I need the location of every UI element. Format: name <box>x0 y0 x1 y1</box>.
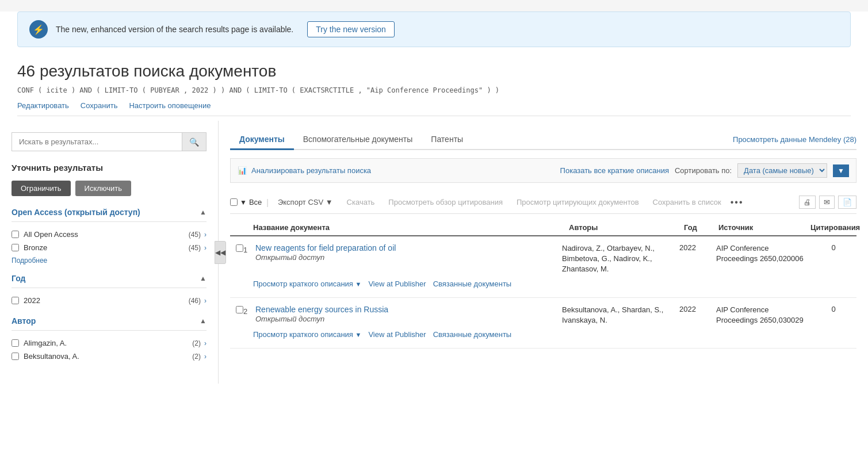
select-all-checkbox[interactable] <box>230 198 238 206</box>
related-docs-1[interactable]: Связанные документы <box>433 280 512 288</box>
filter-author-title: Автор <box>12 316 36 326</box>
results-tabs: Документы Вспомогательные документы Пате… <box>230 130 856 150</box>
checkbox-all-open-access[interactable] <box>12 231 19 238</box>
col-authors: Авторы <box>569 223 684 232</box>
try-new-version-button[interactable]: Try the new version <box>307 21 395 37</box>
filter-arrow-all-open-access[interactable]: › <box>204 231 207 239</box>
filter-label-2022: 2022 <box>24 296 40 305</box>
select-all-label: Все <box>249 198 262 206</box>
sort-label: Сортировать по: <box>675 166 732 175</box>
view-publisher-1[interactable]: View at Publisher <box>368 280 426 288</box>
result-year-2: 2022 <box>679 305 714 313</box>
sidebar-search-wrap: 🔍 <box>12 132 207 151</box>
filter-arrow-beksultanova[interactable]: › <box>204 353 207 361</box>
export-icon[interactable]: 📄 <box>838 196 856 209</box>
citing-docs-button[interactable]: Просмотр цитирующих документов <box>512 197 644 208</box>
filter-item-bronze: Bronze (45) › <box>12 241 207 254</box>
exclude-button[interactable]: Исключить <box>75 181 132 196</box>
export-csv-button[interactable]: Экспорт CSV ▼ <box>273 197 338 208</box>
action-bar: Редактировать Сохранить Настроить оповещ… <box>17 101 851 116</box>
notify-link[interactable]: Настроить оповещение <box>129 101 211 110</box>
search-button[interactable]: 🔍 <box>182 132 207 151</box>
related-docs-2[interactable]: Связанные документы <box>433 330 512 339</box>
result-item-2: 2 Renewable energy sources in Russia Отк… <box>230 298 856 349</box>
result-main-1: New reagents for field preparation of oi… <box>255 243 560 262</box>
result-row-1: 1 New reagents for field preparation of … <box>230 243 856 275</box>
print-icon[interactable]: 🖨 <box>799 196 816 209</box>
edit-link[interactable]: Редактировать <box>17 101 69 110</box>
save-link[interactable]: Сохранить <box>81 101 118 110</box>
filter-label-beksultanova: Beksultanova, A. <box>24 352 79 361</box>
view-abstract-2[interactable]: Просмотр краткого описания ▼ <box>253 330 361 339</box>
filter-item-2022: 2022 (46) › <box>12 294 207 307</box>
result-citations-1: 0 <box>810 243 856 252</box>
tab-documents[interactable]: Документы <box>230 130 294 150</box>
refine-title: Уточнить результаты <box>12 163 207 173</box>
result-checkbox-1[interactable] <box>236 244 243 252</box>
sort-dropdown-button[interactable]: ▼ <box>833 164 849 177</box>
filter-year-header[interactable]: Год ▲ <box>12 274 207 288</box>
result-title-1[interactable]: New reagents for field preparation of oi… <box>255 243 396 252</box>
show-abstracts-button[interactable]: Показать все краткие описания <box>560 166 669 175</box>
checkbox-2022[interactable] <box>12 297 19 304</box>
save-list-button[interactable]: Сохранить в список <box>648 197 726 208</box>
toolbar-icons: 🖨 ✉ 📄 <box>799 196 856 209</box>
filter-count-all-open-access: (45) <box>189 231 201 239</box>
toolbar-more-button[interactable]: ••• <box>731 197 744 208</box>
toolbar: ▼ Все | Экспорт CSV ▼ Скачать Просмотрет… <box>230 191 856 214</box>
result-checkbox-col-1: 1 <box>230 243 253 254</box>
download-button[interactable]: Скачать <box>342 197 380 208</box>
view-abstract-1[interactable]: Просмотр краткого описания ▼ <box>253 280 361 288</box>
filter-arrow-2022[interactable]: › <box>204 297 207 305</box>
chart-icon: 📊 <box>238 166 247 175</box>
result-authors-1: Nadirova, Z., Otarbayev, N., Bimbetova, … <box>562 243 677 275</box>
filter-label-bronze: Bronze <box>24 243 47 252</box>
sidebar: 🔍 Уточнить результаты Ограничить Исключи… <box>0 121 219 384</box>
filter-author-chevron: ▲ <box>200 317 207 325</box>
analyze-button[interactable]: 📊 Анализировать результаты поиска <box>238 166 371 175</box>
result-year-1: 2022 <box>679 243 714 252</box>
expand-icon-1: ▼ <box>355 281 362 288</box>
filter-more-open-access[interactable]: Подробнее <box>12 257 207 265</box>
filter-label-alimgazin: Alimgazin, A. <box>24 339 67 347</box>
filter-item-beksultanova: Beksultanova, A. (2) › <box>12 350 207 363</box>
filter-item-all-open-access: All Open Access (45) › <box>12 228 207 241</box>
col-citations: Цитирования <box>810 223 856 232</box>
result-citations-2: 0 <box>810 305 856 313</box>
email-icon[interactable]: ✉ <box>819 196 835 209</box>
checkbox-alimgazin[interactable] <box>12 339 19 347</box>
page-title: 46 результатов поиска документов <box>17 62 851 81</box>
tab-secondary-documents[interactable]: Вспомогательные документы <box>294 130 422 150</box>
refine-buttons: Ограничить Исключить <box>12 181 207 196</box>
checkbox-bronze[interactable] <box>12 244 19 251</box>
result-row-2: 2 Renewable energy sources in Russia Отк… <box>230 305 856 326</box>
result-authors-2: Beksultanova, A., Shardan, S., Ivanskaya… <box>562 305 677 326</box>
result-main-2: Renewable energy sources in Russia Откры… <box>255 305 560 323</box>
result-open-access-1: Открытый доступ <box>255 253 324 262</box>
result-item-1: 1 New reagents for field preparation of … <box>230 236 856 298</box>
sidebar-collapse-button[interactable]: ◀◀ <box>215 241 226 264</box>
result-actions-1: Просмотр краткого описания ▼ View at Pub… <box>230 275 856 290</box>
filter-author-header[interactable]: Автор ▲ <box>12 316 207 331</box>
sort-select[interactable]: Дата (самые новые) <box>737 163 827 178</box>
view-publisher-2[interactable]: View at Publisher <box>368 330 426 339</box>
result-actions-2: Просмотр краткого описания ▼ View at Pub… <box>230 326 856 341</box>
checkbox-beksultanova[interactable] <box>12 353 19 360</box>
filter-count-2022: (46) <box>189 297 201 305</box>
filter-arrow-alimgazin[interactable]: › <box>204 339 207 347</box>
search-input[interactable] <box>12 132 182 151</box>
expand-icon-2: ▼ <box>355 331 362 338</box>
result-checkbox-2[interactable] <box>236 306 243 313</box>
toolbar-sep-1: | <box>266 198 269 207</box>
result-title-2[interactable]: Renewable energy sources in Russia <box>255 305 388 314</box>
citation-overview-button[interactable]: Просмотреть обзор цитирования <box>384 197 507 208</box>
select-all-wrap: ▼ Все <box>230 198 262 206</box>
filter-arrow-bronze[interactable]: › <box>204 244 207 252</box>
filter-item-alimgazin: Alimgazin, A. (2) › <box>12 336 207 350</box>
mendeley-link[interactable]: Просмотреть данные Mendeley (28) <box>733 135 856 144</box>
limit-button[interactable]: Ограничить <box>12 181 71 196</box>
filter-open-access: Open Access (открытый доступ) ▲ All Open… <box>12 208 207 265</box>
filter-open-access-header[interactable]: Open Access (открытый доступ) ▲ <box>12 208 207 222</box>
select-dropdown-button[interactable]: ▼ <box>240 198 247 206</box>
tab-patents[interactable]: Патенты <box>422 130 472 150</box>
